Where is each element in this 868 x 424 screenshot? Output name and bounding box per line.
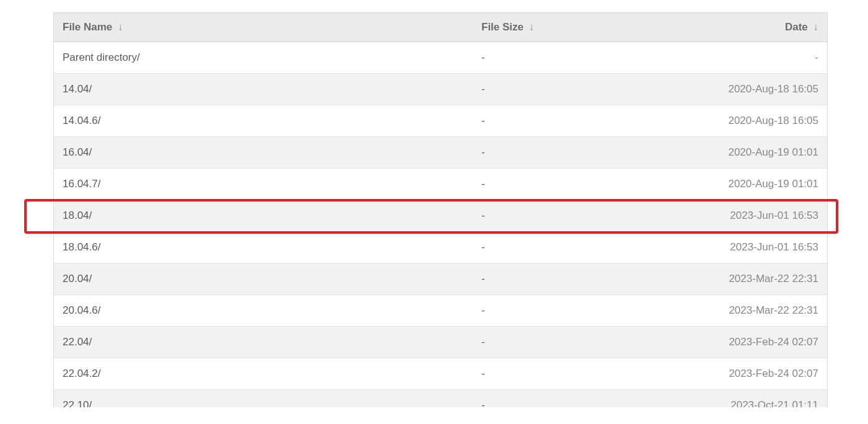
cell-date: 2023-Mar-22 22:31 bbox=[609, 295, 827, 326]
table-row[interactable]: 16.04/-2020-Aug-19 01:01 bbox=[54, 137, 827, 169]
cell-file-name[interactable]: 22.04.2/ bbox=[54, 358, 473, 389]
cell-file-size: - bbox=[473, 200, 609, 231]
cell-date: 2023-Jun-01 16:53 bbox=[609, 232, 827, 263]
header-date-label: Date bbox=[785, 21, 808, 33]
header-file-size[interactable]: File Size ↓ bbox=[473, 13, 609, 42]
table-row[interactable]: 22.10/-2023-Oct-21 01:11 bbox=[54, 390, 827, 407]
table-row[interactable]: Parent directory/-- bbox=[54, 42, 827, 74]
cell-file-size: - bbox=[473, 42, 609, 73]
table-row[interactable]: 20.04.6/-2023-Mar-22 22:31 bbox=[54, 295, 827, 327]
cell-date: 2020-Aug-19 01:01 bbox=[609, 169, 827, 200]
cell-file-size: - bbox=[473, 390, 609, 407]
cell-file-name[interactable]: 18.04/ bbox=[54, 200, 473, 231]
cell-file-size: - bbox=[473, 137, 609, 168]
cell-file-size: - bbox=[473, 295, 609, 326]
cell-date: 2020-Aug-18 16:05 bbox=[609, 74, 827, 105]
table-row[interactable]: 18.04.6/-2023-Jun-01 16:53 bbox=[54, 232, 827, 263]
cell-file-size: - bbox=[473, 105, 609, 136]
sort-arrow-icon: ↓ bbox=[529, 21, 535, 33]
table-row[interactable]: 18.04/-2023-Jun-01 16:53 bbox=[54, 200, 827, 232]
cell-file-name[interactable]: 18.04.6/ bbox=[54, 232, 473, 263]
cell-date: 2020-Aug-18 16:05 bbox=[609, 105, 827, 136]
file-listing-table: File Name ↓ File Size ↓ Date ↓ Parent di… bbox=[53, 12, 828, 407]
table-header-row: File Name ↓ File Size ↓ Date ↓ bbox=[54, 13, 827, 42]
cell-file-name[interactable]: 22.04/ bbox=[54, 327, 473, 358]
table-row[interactable]: 14.04.6/-2020-Aug-18 16:05 bbox=[54, 105, 827, 137]
cell-file-size: - bbox=[473, 327, 609, 358]
cell-file-name[interactable]: 14.04.6/ bbox=[54, 105, 473, 136]
cell-file-size: - bbox=[473, 263, 609, 294]
cell-file-name[interactable]: Parent directory/ bbox=[54, 42, 473, 73]
cell-file-size: - bbox=[473, 74, 609, 105]
cell-file-name[interactable]: 20.04/ bbox=[54, 263, 473, 294]
sort-arrow-icon: ↓ bbox=[813, 21, 819, 33]
cell-file-size: - bbox=[473, 232, 609, 263]
header-date[interactable]: Date ↓ bbox=[609, 13, 827, 42]
cell-date: - bbox=[609, 42, 827, 73]
header-file-name[interactable]: File Name ↓ bbox=[54, 13, 473, 42]
cell-date: 2023-Feb-24 02:07 bbox=[609, 358, 827, 389]
cell-file-size: - bbox=[473, 169, 609, 200]
cell-date: 2023-Jun-01 16:53 bbox=[609, 200, 827, 231]
table-row[interactable]: 22.04.2/-2023-Feb-24 02:07 bbox=[54, 358, 827, 390]
table-body: Parent directory/--14.04/-2020-Aug-18 16… bbox=[54, 42, 827, 407]
table-row[interactable]: 14.04/-2020-Aug-18 16:05 bbox=[54, 74, 827, 105]
header-size-label: File Size bbox=[481, 21, 524, 33]
cell-file-name[interactable]: 16.04.7/ bbox=[54, 169, 473, 200]
cell-date: 2023-Feb-24 02:07 bbox=[609, 327, 827, 358]
cell-file-name[interactable]: 20.04.6/ bbox=[54, 295, 473, 326]
cell-date: 2023-Mar-22 22:31 bbox=[609, 263, 827, 294]
cell-date: 2020-Aug-19 01:01 bbox=[609, 137, 827, 168]
cell-file-name[interactable]: 16.04/ bbox=[54, 137, 473, 168]
cell-file-name[interactable]: 22.10/ bbox=[54, 390, 473, 407]
sort-arrow-icon: ↓ bbox=[118, 21, 123, 33]
header-name-label: File Name bbox=[63, 21, 112, 33]
table-row[interactable]: 20.04/-2023-Mar-22 22:31 bbox=[54, 263, 827, 295]
cell-date: 2023-Oct-21 01:11 bbox=[609, 390, 827, 407]
cell-file-size: - bbox=[473, 358, 609, 389]
cell-file-name[interactable]: 14.04/ bbox=[54, 74, 473, 105]
table-row[interactable]: 22.04/-2023-Feb-24 02:07 bbox=[54, 327, 827, 358]
table-row[interactable]: 16.04.7/-2020-Aug-19 01:01 bbox=[54, 169, 827, 200]
